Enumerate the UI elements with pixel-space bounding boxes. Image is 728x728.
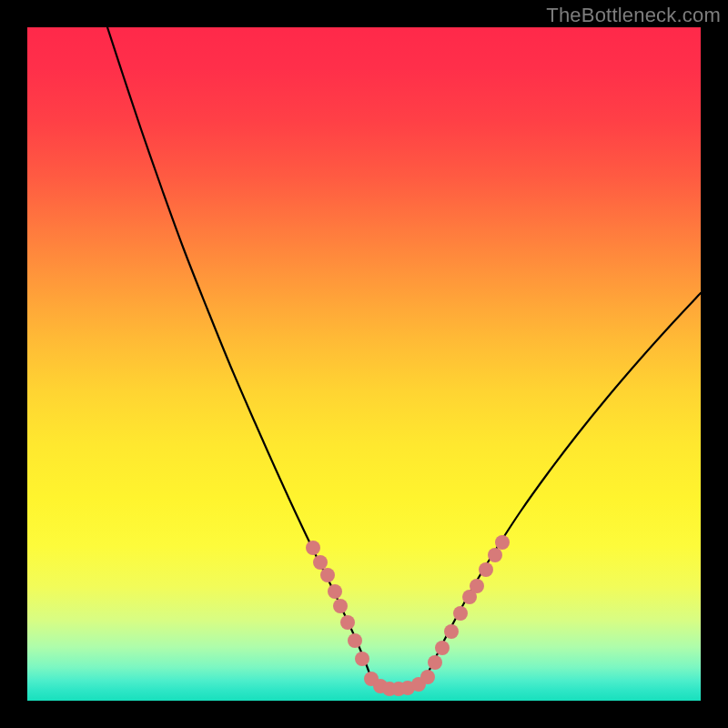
data-marker	[348, 633, 362, 648]
markers-group	[306, 535, 510, 696]
data-marker	[444, 624, 459, 639]
watermark-text: TheBottleneck.com	[546, 4, 721, 27]
data-marker	[340, 615, 355, 630]
plot-svg	[27, 27, 701, 701]
curve-right	[424, 293, 701, 681]
data-marker	[355, 652, 369, 666]
data-marker	[470, 579, 484, 593]
data-marker	[479, 562, 493, 577]
data-marker	[428, 655, 442, 670]
data-marker	[328, 584, 342, 599]
data-marker	[495, 535, 510, 550]
data-marker	[453, 606, 468, 621]
chart-frame: TheBottleneck.com	[0, 0, 728, 728]
data-marker	[333, 599, 348, 613]
data-marker	[488, 548, 502, 562]
data-marker	[435, 641, 450, 655]
curve-left	[107, 27, 371, 681]
data-marker	[320, 568, 335, 582]
data-marker	[306, 541, 320, 555]
plot-area	[27, 27, 701, 701]
data-marker	[313, 555, 328, 570]
data-marker	[420, 670, 435, 684]
